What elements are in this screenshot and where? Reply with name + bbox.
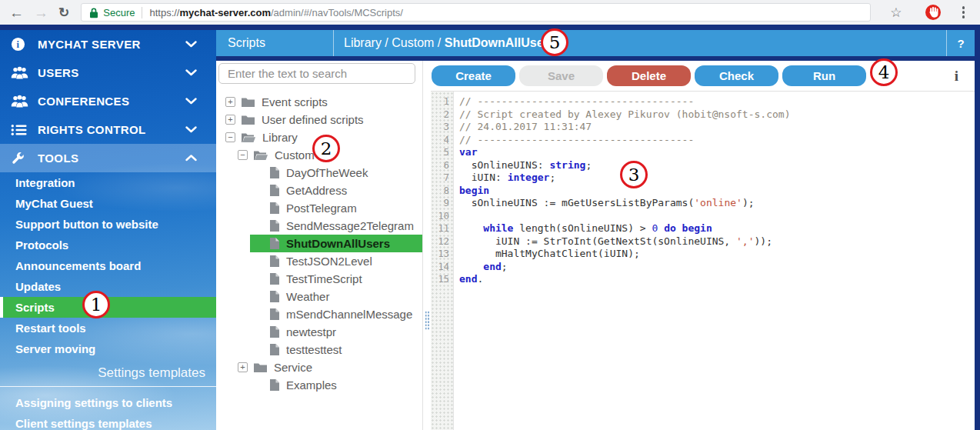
splitter-grip-icon[interactable] (425, 311, 429, 331)
tree-item-testtimescript[interactable]: TestTimeScript (250, 270, 422, 288)
delete-button[interactable]: Delete (607, 65, 691, 86)
code-line: end. (459, 273, 975, 286)
url-path: /admin/#/navTools/MCScripts/ (271, 7, 403, 18)
code-line: end; (459, 261, 975, 274)
page-root: ← → ↻ Secure https://mychat-server.com/a… (0, 0, 980, 430)
code-area[interactable]: // ------------------------------------/… (454, 92, 975, 430)
folder-open-icon (254, 150, 268, 160)
check-button[interactable]: Check (695, 65, 778, 86)
tree-item-testtesttest[interactable]: testtesttest (250, 341, 422, 358)
line-number: 13 (431, 248, 453, 261)
help-button[interactable]: ? (946, 30, 975, 56)
sidebar-item-server-moving[interactable]: Server moving (0, 338, 216, 359)
search-input[interactable] (218, 63, 415, 84)
file-icon (270, 273, 279, 285)
sidebar-item-mychat-guest[interactable]: MyChat Guest (0, 193, 216, 214)
sidebar-section-users[interactable]: USERS (0, 58, 216, 87)
sidebar-item-updates[interactable]: Updates (0, 276, 216, 297)
line-number: 9 (431, 197, 453, 210)
chevron-down-icon (185, 98, 205, 105)
sidebar-section-mychat-server[interactable]: iMYCHAT SERVER (0, 30, 216, 58)
tree-item-examples[interactable]: Examples (250, 376, 422, 394)
tree-item-sendmessage2telegram[interactable]: SendMessage2Telegram (250, 217, 422, 235)
tree-item-newtestpr[interactable]: newtestpr (250, 323, 422, 341)
tree-item-label: DayOfTheWeek (286, 166, 368, 179)
browser-menu-icon[interactable] (956, 3, 972, 22)
sidebar-sections: iMYCHAT SERVERUSERSCONFERENCESRIGHTS CON… (0, 30, 216, 172)
tree-item-getaddress[interactable]: GetAddress (250, 182, 422, 199)
extension-hand-icon[interactable] (925, 4, 942, 21)
code-token: )); (755, 235, 772, 247)
code-token: ; (502, 261, 508, 272)
sidebar-item-restart-tools[interactable]: Restart tools (0, 318, 216, 338)
tree-item-msendchannelmessage[interactable]: mSendChannelMessage (250, 305, 422, 323)
code-token: ; (549, 172, 555, 183)
content-area: +Event scripts+User defined scripts−Libr… (216, 61, 975, 430)
sidebar-item-support-button-to-website[interactable]: Support button to website (0, 214, 216, 235)
tree-item-event-scripts[interactable]: +Event scripts (225, 93, 422, 111)
save-button[interactable]: Save (519, 65, 603, 86)
secure-label: Secure (103, 7, 135, 18)
sidebar-item-integration[interactable]: Integration (0, 172, 216, 193)
file-icon (270, 167, 279, 178)
refresh-icon[interactable]: ↻ (58, 6, 69, 19)
sidebar-section-label: CONFERENCES (31, 95, 185, 108)
address-bar[interactable]: Secure https://mychat-server.com/admin/#… (81, 3, 871, 22)
sidebar-item-client-settings-templates[interactable]: Client settings templates (0, 413, 216, 430)
breadcrumb-path: Library / Custom / (344, 36, 445, 49)
lock-icon[interactable] (89, 7, 98, 18)
tree-item-dayoftheweek[interactable]: DayOfTheWeek (250, 164, 422, 182)
tree-item-label: SendMessage2Telegram (286, 219, 414, 232)
create-button[interactable]: Create (432, 65, 515, 86)
run-button[interactable]: Run (782, 65, 866, 86)
tree-item-service[interactable]: +Service (238, 358, 422, 376)
main-area: Scripts Library / Custom / ShutDownAllUs… (216, 30, 980, 430)
chevron-down-icon (185, 69, 205, 76)
tree-item-label: Examples (286, 378, 337, 392)
file-icon (270, 202, 279, 214)
collapse-toggle-icon[interactable]: − (225, 132, 235, 142)
sidebar-item-assigning-settings-to-clients[interactable]: Assigning settings to clients (0, 392, 216, 413)
code-line: // ------------------------------------ (459, 134, 975, 147)
sidebar-section-rights-control[interactable]: RIGHTS CONTROL (0, 115, 216, 144)
users-icon (11, 66, 31, 79)
forward-icon[interactable]: → (34, 5, 48, 20)
tree-item-posttelegram[interactable]: PostTelegram (250, 199, 422, 217)
back-icon[interactable]: ← (9, 5, 24, 20)
tree-item-user-defined-scripts[interactable]: +User defined scripts (225, 111, 422, 128)
editor-panel: CreateSaveDeleteCheckRuni 12345678910111… (431, 61, 975, 430)
collapse-toggle-icon[interactable]: − (238, 150, 248, 160)
tree-item-label: Weather (286, 290, 329, 303)
tree-item-shutdownallusers[interactable]: ShutDownAllUsers (250, 235, 422, 252)
code-line (459, 210, 975, 223)
tree-item-label: Event scripts (262, 95, 328, 108)
code-token: begin (459, 185, 489, 196)
file-icon (270, 220, 279, 232)
svg-text:i: i (17, 39, 20, 50)
info-icon[interactable]: i (955, 68, 958, 85)
code-line: begin (459, 185, 975, 198)
file-icon (270, 238, 279, 249)
line-number: 6 (431, 159, 453, 172)
tree-item-weather[interactable]: Weather (250, 288, 422, 305)
tree-item-label: mSendChannelMessage (286, 308, 412, 321)
line-number: 11 (431, 222, 453, 235)
settings-templates-header: Settings templates (0, 359, 216, 386)
code-token: length(sOnlineUINS) > (513, 222, 652, 234)
expand-toggle-icon[interactable]: + (225, 97, 235, 107)
sidebar-section-tools[interactable]: TOOLS (0, 144, 216, 172)
sidebar-item-announcements-board[interactable]: Announcements board (0, 255, 216, 276)
annotation-marker-3: 3 (620, 161, 648, 188)
expand-toggle-icon[interactable]: + (225, 115, 235, 125)
expand-toggle-icon[interactable]: + (238, 362, 248, 372)
url-scheme: https:// (149, 7, 179, 18)
tree-item-label: User defined scripts (262, 113, 364, 126)
list-icon (11, 124, 31, 136)
file-icon (270, 291, 279, 302)
line-number: 2 (431, 108, 453, 122)
bookmark-star-icon[interactable]: ☆ (890, 5, 902, 21)
tree-item-label: Library (262, 131, 298, 144)
sidebar-item-protocols[interactable]: Protocols (0, 235, 216, 255)
tree-item-testjson2level[interactable]: TestJSON2Level (250, 252, 422, 270)
sidebar-section-conferences[interactable]: CONFERENCES (0, 87, 216, 115)
